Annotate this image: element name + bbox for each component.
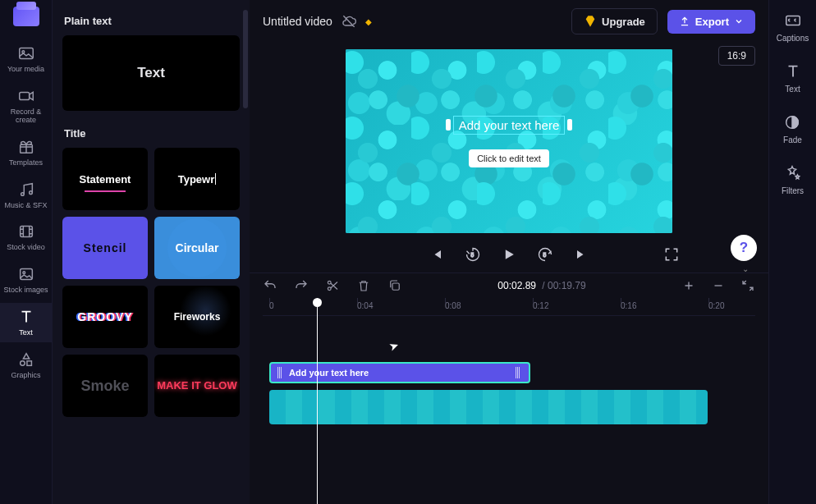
preset-statement[interactable]: Statement — [62, 148, 148, 210]
export-button[interactable]: Export — [667, 10, 755, 34]
zoom-out-button[interactable] — [711, 278, 726, 293]
prop-captions[interactable]: Captions — [777, 11, 809, 43]
upgrade-label: Upgrade — [602, 16, 645, 28]
playback-controls: 5 5 ? ⌄ — [250, 236, 768, 273]
music-icon — [17, 181, 35, 199]
duplicate-button[interactable] — [387, 278, 402, 293]
nav-templates[interactable]: Templates — [0, 133, 52, 172]
timeline[interactable]: 0 0:04 0:08 0:12 0:16 0:20 ➤ Add your te… — [250, 298, 768, 504]
playhead[interactable] — [317, 298, 318, 504]
preset-label: GROOVY — [77, 310, 132, 323]
preset-label: MAKE IT GLOW — [157, 380, 237, 392]
fade-icon — [783, 113, 801, 131]
preset-label: Statement — [80, 173, 131, 186]
redo-button[interactable] — [294, 278, 309, 293]
nav-your-media[interactable]: Your media — [0, 39, 52, 79]
play-button[interactable] — [501, 246, 517, 263]
preview-area: 16:9 Add your text here Click to edit te… — [250, 43, 768, 236]
text-side-panel: Plain text Text Title Statement Typewr S… — [53, 0, 250, 504]
preset-label: Smoke — [80, 378, 129, 395]
preset-circular[interactable]: Circular — [154, 217, 240, 279]
scrollbar[interactable] — [243, 10, 248, 108]
clip-trim-right[interactable] — [516, 367, 522, 378]
video-preview[interactable]: Add your text here Click to edit text — [346, 49, 672, 233]
nav-label: Stock images — [3, 286, 48, 295]
resize-handle-right[interactable] — [567, 119, 572, 131]
prop-label: Filters — [782, 186, 804, 195]
help-button[interactable]: ? — [731, 235, 757, 261]
preset-label: Circular — [176, 241, 219, 254]
tracks: ➤ Add your text here — [263, 316, 755, 349]
svg-point-9 — [20, 361, 25, 366]
captions-icon — [784, 11, 802, 30]
delete-button[interactable] — [356, 278, 371, 293]
app-logo-icon[interactable] — [13, 7, 39, 26]
upgrade-button[interactable]: Upgrade — [571, 8, 658, 34]
nav-stock-images[interactable]: Stock images — [0, 260, 52, 300]
prop-label: Captions — [777, 34, 809, 43]
timeline-toolbar: 00:02.89 / 00:19.79 — [250, 273, 768, 298]
forward-5-button[interactable]: 5 — [537, 246, 553, 263]
film-icon — [17, 222, 35, 241]
fullscreen-button[interactable] — [663, 246, 680, 263]
timeline-ruler[interactable]: 0 0:04 0:08 0:12 0:16 0:20 — [263, 298, 755, 316]
nav-label: Graphics — [11, 372, 40, 380]
camera-icon — [17, 87, 35, 105]
nav-record-create[interactable]: Record & create — [0, 82, 52, 130]
skip-end-button[interactable] — [573, 246, 589, 263]
overlay-text: Add your text here — [459, 118, 560, 132]
undo-button[interactable] — [263, 278, 277, 293]
nav-label: Your media — [7, 66, 44, 74]
prop-filters[interactable]: Filters — [782, 164, 804, 195]
split-button[interactable] — [325, 278, 340, 293]
image-icon — [17, 265, 35, 283]
gift-icon — [17, 138, 35, 156]
prop-text[interactable]: Text — [784, 62, 802, 94]
duration-time: 00:19.79 — [548, 280, 586, 291]
zoom-in-button[interactable] — [681, 278, 696, 293]
export-label: Export — [695, 16, 729, 28]
nav-music-sfx[interactable]: Music & SFX — [0, 176, 52, 215]
skip-start-button[interactable] — [429, 246, 445, 263]
aspect-ratio-button[interactable]: 16:9 — [718, 46, 755, 66]
nav-label: Stock video — [7, 244, 45, 252]
prop-label: Fade — [783, 135, 802, 144]
preset-label: Stencil — [84, 241, 127, 254]
cloud-off-icon[interactable] — [341, 13, 357, 30]
media-icon — [17, 44, 35, 62]
preset-stencil[interactable]: Stencil — [62, 217, 148, 279]
text-overlay[interactable]: Add your text here Click to edit text — [453, 116, 566, 167]
nav-graphics[interactable]: Graphics — [0, 346, 52, 385]
svg-point-8 — [22, 272, 25, 274]
clip-trim-left[interactable] — [277, 367, 284, 378]
preset-fireworks[interactable]: Fireworks — [154, 286, 240, 348]
rewind-5-button[interactable]: 5 — [465, 246, 481, 263]
nav-stock-video[interactable]: Stock video — [0, 218, 52, 257]
nav-label: Text — [19, 329, 33, 337]
preset-plain-text[interactable]: Text — [62, 35, 240, 111]
text-icon — [17, 308, 35, 326]
prop-fade[interactable]: Fade — [783, 113, 802, 144]
main-area: Untitled video ◆ Upgrade Export 16:9 — [250, 0, 768, 504]
text-clip[interactable]: Add your text here — [269, 362, 530, 383]
fit-timeline-button[interactable] — [740, 278, 755, 293]
section-plain-text-title: Plain text — [64, 15, 238, 27]
svg-rect-10 — [26, 361, 30, 366]
svg-rect-7 — [20, 269, 32, 280]
video-title[interactable]: Untitled video — [263, 15, 332, 28]
nav-text[interactable]: Text — [0, 303, 52, 342]
svg-rect-0 — [19, 48, 33, 59]
text-box-selected[interactable]: Add your text here — [453, 116, 566, 135]
preset-groovy[interactable]: GROOVY — [62, 286, 148, 348]
nav-label: Record & create — [3, 108, 48, 125]
preset-smoke[interactable]: Smoke — [62, 355, 148, 417]
svg-text:5: 5 — [471, 252, 474, 258]
preset-make-it-glow[interactable]: MAKE IT GLOW — [154, 355, 240, 417]
current-time: 00:02.89 — [497, 280, 536, 291]
resize-handle-left[interactable] — [446, 119, 451, 131]
preset-label: Text — [137, 65, 165, 81]
mouse-cursor-icon: ➤ — [387, 337, 401, 353]
preset-typewriter[interactable]: Typewr — [154, 148, 240, 210]
video-clip[interactable] — [269, 390, 708, 424]
nav-rail: Your media Record & create Templates Mus… — [0, 0, 53, 504]
